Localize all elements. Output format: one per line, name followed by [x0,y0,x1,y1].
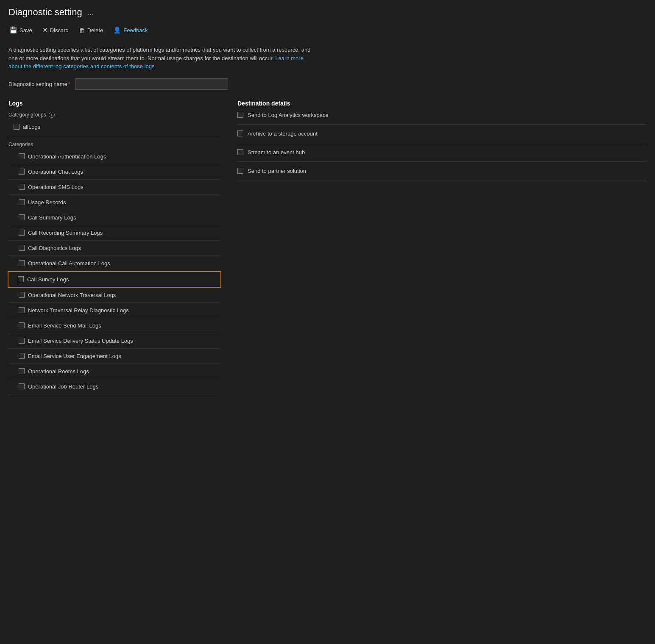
log-checkbox-email-engagement[interactable] [19,353,25,359]
log-item: Operational Chat Logs [8,164,220,180]
feedback-icon: 👤 [113,26,121,34]
feedback-label: Feedback [123,27,148,33]
log-checkbox-email-send[interactable] [19,322,25,328]
log-item: Call Summary Logs [8,210,220,225]
logs-section: Logs Category groups i allLogs Categorie… [8,100,220,394]
log-item: Email Service User Engagement Logs [8,349,220,364]
log-checkbox-call-recording[interactable] [19,230,25,236]
setting-name-label: Diagnostic setting name* [8,81,70,87]
log-label-usage: Usage Records [28,199,66,205]
dest-label-partner: Send to partner solution [248,168,306,174]
dest-checkbox-event-hub[interactable] [237,149,243,155]
log-item: Email Service Delivery Status Update Log… [8,333,220,349]
log-label-call-survey: Call Survey Logs [27,276,69,283]
delete-label: Delete [87,27,103,33]
log-label-network-relay: Network Traversal Relay Diagnostic Logs [28,307,129,314]
discard-icon: ✕ [42,26,48,34]
log-label-call-recording: Call Recording Summary Logs [28,230,103,236]
log-label-op-job-router: Operational Job Router Logs [28,383,98,390]
log-checkbox-usage[interactable] [19,199,25,205]
dest-checkbox-partner[interactable] [237,168,243,174]
all-logs-item: allLogs [8,121,220,133]
page-title: Diagnostic setting [8,7,82,18]
log-checkbox-network-relay[interactable] [19,307,25,313]
discard-label: Discard [50,27,69,33]
save-button[interactable]: 💾 Save [8,25,33,36]
log-item: Operational Call Automation Logs [8,256,220,271]
delete-icon: 🗑 [79,27,85,34]
logs-section-title: Logs [8,100,220,107]
required-marker: * [68,81,70,87]
log-checkbox-call-survey[interactable] [18,276,24,282]
category-groups-info-icon[interactable]: i [49,112,55,118]
log-item: Call Diagnostics Logs [8,241,220,256]
log-item: Operational SMS Logs [8,180,220,195]
separator [8,137,220,137]
log-label-op-chat: Operational Chat Logs [28,169,83,175]
log-label-op-call-auto: Operational Call Automation Logs [28,260,110,266]
log-checkbox-op-auth[interactable] [19,153,25,159]
log-label-op-network: Operational Network Traversal Logs [28,292,116,298]
log-label-email-send: Email Service Send Mail Logs [28,322,101,329]
description-main: A diagnostic setting specifies a list of… [8,47,310,61]
delete-button[interactable]: 🗑 Delete [78,25,104,36]
page-title-bar: Diagnostic setting ... [8,7,647,18]
page-container: Diagnostic setting ... 💾 Save ✕ Discard … [0,0,655,401]
log-label-op-auth: Operational Authentication Logs [28,153,106,160]
dest-items-container: Send to Log Analytics workspaceArchive t… [237,112,647,180]
discard-button[interactable]: ✕ Discard [42,25,70,36]
dest-item-event-hub: Stream to an event hub [237,143,647,162]
categories-label: Categories [8,142,220,147]
log-item: Operational Authentication Logs [8,149,220,164]
all-logs-checkbox[interactable] [14,124,20,130]
log-checkbox-op-call-auto[interactable] [19,260,25,266]
log-item: Operational Network Traversal Logs [8,288,220,303]
log-item: Usage Records [8,195,220,210]
log-item: Operational Job Router Logs [8,379,220,394]
log-label-email-engagement: Email Service User Engagement Logs [28,353,121,359]
dest-label-storage: Archive to a storage account [248,130,318,137]
log-items-container: Operational Authentication LogsOperation… [8,149,220,394]
dest-item-partner: Send to partner solution [237,162,647,180]
ellipsis-menu[interactable]: ... [87,8,94,17]
log-label-op-rooms: Operational Rooms Logs [28,368,89,375]
setting-name-input[interactable] [75,78,228,90]
destination-section-title: Destination details [237,100,647,107]
save-icon: 💾 [9,26,17,34]
toolbar: 💾 Save ✕ Discard 🗑 Delete 👤 Feedback [8,25,647,40]
category-groups-header: Category groups i [8,112,220,118]
log-item: Call Recording Summary Logs [8,225,220,241]
dest-item-storage: Archive to a storage account [237,125,647,143]
log-label-op-sms: Operational SMS Logs [28,184,84,190]
main-layout: Logs Category groups i allLogs Categorie… [8,100,647,394]
destination-section: Destination details Send to Log Analytic… [237,100,647,180]
log-item: Call Survey Logs [8,271,221,288]
log-item: Email Service Send Mail Logs [8,318,220,333]
dest-checkbox-log-analytics[interactable] [237,112,243,118]
category-groups-label: Category groups [8,112,46,118]
log-checkbox-op-network[interactable] [19,292,25,298]
dest-item-log-analytics: Send to Log Analytics workspace [237,112,647,125]
all-logs-label: allLogs [23,124,40,130]
log-checkbox-call-summary[interactable] [19,214,25,220]
dest-checkbox-storage[interactable] [237,130,243,136]
log-checkbox-op-sms[interactable] [19,184,25,190]
dest-label-event-hub: Stream to an event hub [248,149,305,155]
log-checkbox-op-rooms[interactable] [19,368,25,374]
log-checkbox-call-diagnostics[interactable] [19,245,25,251]
description-text: A diagnostic setting specifies a list of… [8,46,314,71]
log-label-call-summary: Call Summary Logs [28,214,76,221]
log-checkbox-op-chat[interactable] [19,169,25,175]
log-item: Network Traversal Relay Diagnostic Logs [8,303,220,318]
dest-label-log-analytics: Send to Log Analytics workspace [248,112,329,118]
log-checkbox-op-job-router[interactable] [19,383,25,389]
log-label-call-diagnostics: Call Diagnostics Logs [28,245,81,251]
log-checkbox-email-delivery[interactable] [19,338,25,344]
feedback-button[interactable]: 👤 Feedback [112,25,148,36]
log-item: Operational Rooms Logs [8,364,220,379]
setting-name-row: Diagnostic setting name* [8,78,647,90]
log-label-email-delivery: Email Service Delivery Status Update Log… [28,338,133,344]
save-label: Save [20,27,32,33]
